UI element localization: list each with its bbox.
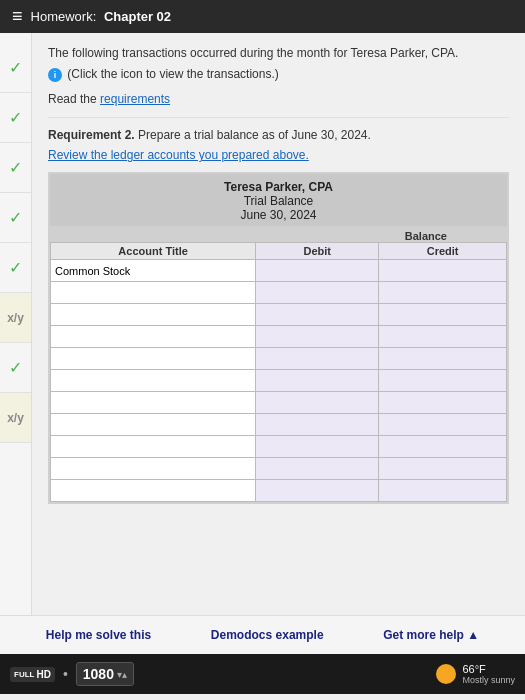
account-cell-5[interactable] bbox=[51, 348, 256, 370]
credit-cell-6[interactable] bbox=[379, 370, 507, 392]
debit-cell-2[interactable] bbox=[256, 282, 379, 304]
taskbar: FULL HD • 1080 ▾▴ 66°F Mostly sunny bbox=[0, 654, 525, 694]
requirements-link[interactable]: requirements bbox=[100, 92, 170, 106]
credit-header: Credit bbox=[379, 243, 507, 260]
read-label: Read the bbox=[48, 92, 97, 106]
sidebar-item-2[interactable]: ✓ bbox=[0, 93, 31, 143]
check-icon-6: ✓ bbox=[9, 358, 22, 377]
sidebar-item-7[interactable]: ✓ bbox=[0, 343, 31, 393]
resolution-arrows: ▾▴ bbox=[117, 669, 127, 680]
check-icon-5: ✓ bbox=[9, 258, 22, 277]
table-row bbox=[51, 326, 507, 348]
more-help-label: Get more help bbox=[383, 628, 464, 642]
account-cell-2[interactable] bbox=[51, 282, 256, 304]
table-row bbox=[51, 480, 507, 502]
debit-cell-4[interactable] bbox=[256, 326, 379, 348]
account-cell-8[interactable] bbox=[51, 414, 256, 436]
requirement-text: Requirement 2. Prepare a trial balance a… bbox=[48, 128, 509, 142]
credit-cell-11[interactable] bbox=[379, 480, 507, 502]
debit-cell-10[interactable] bbox=[256, 458, 379, 480]
intro-text: The following transactions occurred duri… bbox=[48, 45, 509, 62]
account-title-header: Account Title bbox=[51, 243, 256, 260]
account-cell-3[interactable] bbox=[51, 304, 256, 326]
solve-button[interactable]: Help me solve this bbox=[46, 628, 151, 642]
sidebar: ✓ ✓ ✓ ✓ ✓ x/y ✓ x/y bbox=[0, 33, 32, 615]
credit-cell-9[interactable] bbox=[379, 436, 507, 458]
debit-cell-6[interactable] bbox=[256, 370, 379, 392]
sidebar-item-8[interactable]: x/y bbox=[0, 393, 31, 443]
sidebar-item-5[interactable]: ✓ bbox=[0, 243, 31, 293]
table-row bbox=[51, 436, 507, 458]
sidebar-item-3[interactable]: ✓ bbox=[0, 143, 31, 193]
full-label: FULL bbox=[14, 670, 34, 679]
credit-cell-5[interactable] bbox=[379, 348, 507, 370]
table-row bbox=[51, 414, 507, 436]
section-divider bbox=[48, 117, 509, 118]
sidebar-item-1[interactable]: ✓ bbox=[0, 43, 31, 93]
debit-cell-3[interactable] bbox=[256, 304, 379, 326]
sidebar-item-4[interactable]: ✓ bbox=[0, 193, 31, 243]
main-layout: ✓ ✓ ✓ ✓ ✓ x/y ✓ x/y The following transa… bbox=[0, 33, 525, 615]
click-instruction: (Click the icon to view the transactions… bbox=[67, 67, 278, 81]
credit-cell-3[interactable] bbox=[379, 304, 507, 326]
resolution-display: 1080 ▾▴ bbox=[76, 662, 134, 686]
fraction-icon-1: x/y bbox=[7, 311, 24, 325]
credit-cell-4[interactable] bbox=[379, 326, 507, 348]
taskbar-left: FULL HD • 1080 ▾▴ bbox=[10, 662, 134, 686]
check-icon-2: ✓ bbox=[9, 108, 22, 127]
debit-cell-1[interactable] bbox=[256, 260, 379, 282]
content-area: The following transactions occurred duri… bbox=[32, 33, 525, 615]
info-icon[interactable]: i bbox=[48, 68, 62, 82]
balance-label: Balance bbox=[50, 230, 507, 242]
help-bar: Help me solve this Demodocs example Get … bbox=[0, 615, 525, 654]
intro-click: i (Click the icon to view the transactio… bbox=[48, 66, 509, 83]
hd-badge: FULL HD bbox=[10, 667, 55, 682]
account-cell-6[interactable] bbox=[51, 370, 256, 392]
doc-date: June 30, 2024 bbox=[54, 208, 503, 222]
credit-cell-7[interactable] bbox=[379, 392, 507, 414]
check-icon-1: ✓ bbox=[9, 58, 22, 77]
fraction-icon-2: x/y bbox=[7, 411, 24, 425]
account-cell-4[interactable] bbox=[51, 326, 256, 348]
weather-info: 66°F Mostly sunny bbox=[462, 663, 515, 685]
review-link[interactable]: Review the ledger accounts you prepared … bbox=[48, 148, 509, 162]
account-cell-1[interactable]: Common Stock bbox=[51, 260, 256, 282]
table-row bbox=[51, 282, 507, 304]
debit-cell-9[interactable] bbox=[256, 436, 379, 458]
requirement-label: Requirement 2. bbox=[48, 128, 135, 142]
check-icon-3: ✓ bbox=[9, 158, 22, 177]
requirement-description: Prepare a trial balance as of June 30, 2… bbox=[138, 128, 371, 142]
weather-sun-icon bbox=[436, 664, 456, 684]
homework-label: Homework: bbox=[31, 9, 97, 24]
credit-cell-1[interactable] bbox=[379, 260, 507, 282]
trial-balance-container: Teresa Parker, CPA Trial Balance June 30… bbox=[48, 172, 509, 504]
table-row bbox=[51, 348, 507, 370]
credit-cell-10[interactable] bbox=[379, 458, 507, 480]
debit-cell-8[interactable] bbox=[256, 414, 379, 436]
menu-icon[interactable]: ≡ bbox=[12, 6, 23, 27]
account-cell-7[interactable] bbox=[51, 392, 256, 414]
credit-cell-8[interactable] bbox=[379, 414, 507, 436]
dot-separator: • bbox=[63, 666, 68, 682]
company-name: Teresa Parker, CPA bbox=[54, 180, 503, 194]
sidebar-item-6[interactable]: x/y bbox=[0, 293, 31, 343]
more-help-button[interactable]: Get more help ▲ bbox=[383, 628, 479, 642]
account-cell-9[interactable] bbox=[51, 436, 256, 458]
table-row: Common Stock bbox=[51, 260, 507, 282]
table-row bbox=[51, 458, 507, 480]
debit-cell-11[interactable] bbox=[256, 480, 379, 502]
intro-main: The following transactions occurred duri… bbox=[48, 46, 458, 60]
account-cell-10[interactable] bbox=[51, 458, 256, 480]
weather-widget: 66°F Mostly sunny bbox=[436, 663, 515, 685]
demodocs-button[interactable]: Demodocs example bbox=[211, 628, 324, 642]
top-header: ≡ Homework: Chapter 02 bbox=[0, 0, 525, 33]
table-row bbox=[51, 370, 507, 392]
chapter-label: Chapter 02 bbox=[104, 9, 171, 24]
account-cell-11[interactable] bbox=[51, 480, 256, 502]
hd-label: HD bbox=[36, 669, 50, 680]
credit-cell-2[interactable] bbox=[379, 282, 507, 304]
weather-desc: Mostly sunny bbox=[462, 675, 515, 685]
resolution-value: 1080 bbox=[83, 666, 114, 682]
debit-cell-7[interactable] bbox=[256, 392, 379, 414]
debit-cell-5[interactable] bbox=[256, 348, 379, 370]
